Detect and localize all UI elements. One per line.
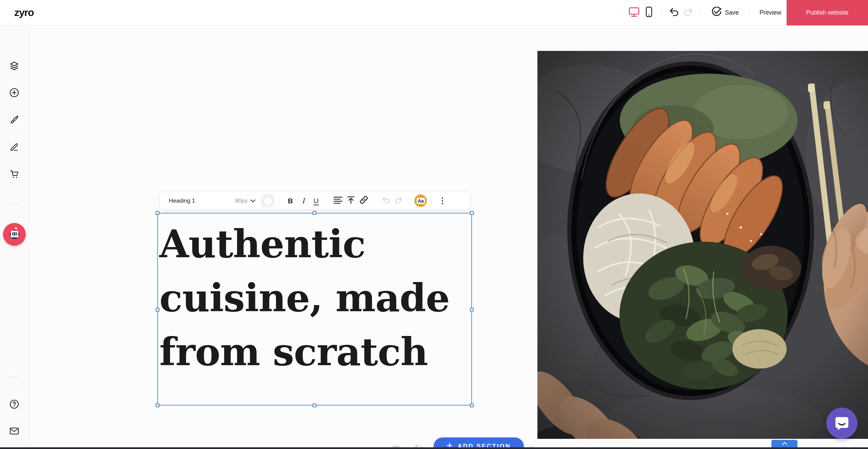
mail-icon [9, 427, 19, 437]
redo-button[interactable] [681, 5, 696, 20]
resize-handle-e[interactable] [470, 308, 474, 312]
desktop-view-button[interactable] [627, 5, 642, 20]
align-left-icon [334, 196, 342, 205]
save-check-icon [711, 7, 722, 19]
sidebar-item-add-element[interactable] [7, 86, 22, 101]
chat-bubble-icon [833, 414, 851, 433]
save-button[interactable]: Save [706, 0, 744, 25]
toolbar-undo-button[interactable] [379, 194, 392, 207]
desktop-monitor-icon [628, 6, 640, 19]
text-style-label[interactable]: Heading 1 [169, 198, 195, 204]
link-icon [359, 195, 368, 206]
redo-icon [394, 196, 403, 205]
divider [327, 196, 327, 206]
help-icon [9, 399, 19, 411]
divider [279, 196, 279, 206]
resize-handle-s[interactable] [313, 404, 316, 407]
layers-icon [9, 61, 19, 72]
shopping-cart-icon [9, 169, 19, 181]
divider [431, 196, 432, 206]
toolbar-redo-button[interactable] [392, 194, 405, 207]
preview-button[interactable]: Preview [754, 0, 787, 25]
hero-section-image[interactable] [537, 51, 868, 439]
ai-writer-label: Aa [417, 198, 425, 204]
sidebar [0, 25, 29, 449]
link-button[interactable] [357, 194, 370, 207]
editor-canvas: Heading 1 80px B I U [29, 25, 868, 449]
sidebar-item-blog[interactable] [7, 140, 22, 155]
font-size-dropdown[interactable]: 80px [235, 198, 256, 204]
divider [701, 7, 701, 18]
top-bar: zyro [0, 0, 868, 25]
sidebar-item-store[interactable] [7, 167, 22, 182]
paint-brush-icon [9, 115, 19, 126]
color-swatch-icon [263, 196, 273, 206]
chevron-up-icon [782, 441, 787, 446]
divider [749, 7, 749, 18]
sidebar-divider [9, 377, 20, 377]
hero-heading[interactable]: Authentic cuisine, made from scratch [159, 217, 469, 379]
resize-handle-se[interactable] [470, 404, 474, 407]
text-color-button[interactable] [261, 194, 275, 208]
resize-handle-nw[interactable] [156, 211, 159, 215]
resize-handle-w[interactable] [156, 308, 159, 312]
divider [375, 196, 375, 206]
preview-label: Preview [760, 9, 781, 16]
robot-icon [7, 226, 22, 243]
vertical-align-button[interactable] [344, 194, 357, 207]
ai-writer-button[interactable]: Aa [414, 194, 427, 207]
text-align-button[interactable] [332, 194, 344, 207]
mobile-phone-icon [645, 6, 653, 19]
italic-button[interactable]: I [297, 194, 310, 207]
undo-button[interactable] [666, 5, 681, 20]
sidebar-item-layers[interactable] [7, 59, 22, 74]
divider [622, 7, 622, 18]
ai-assistant-button[interactable] [3, 223, 26, 246]
text-toolbar: Heading 1 80px B I U [160, 192, 470, 210]
sidebar-item-styles[interactable] [7, 113, 22, 128]
chevron-down-icon [250, 198, 256, 204]
resize-handle-sw[interactable] [156, 404, 159, 407]
more-options-button[interactable] [436, 194, 449, 207]
sidebar-item-help[interactable] [7, 397, 22, 412]
font-size-value: 80px [235, 198, 248, 204]
pencil-icon [9, 142, 19, 153]
underline-button[interactable]: U [310, 194, 322, 207]
resize-handle-n[interactable] [313, 211, 316, 215]
undo-icon [669, 7, 679, 18]
undo-icon [381, 196, 390, 205]
zyro-logo: zyro [14, 7, 34, 18]
mobile-view-button[interactable] [642, 5, 656, 20]
publish-website-button[interactable]: Publish website [787, 0, 868, 25]
window-bottom-edge [0, 447, 868, 449]
redo-icon [684, 7, 694, 18]
add-circle-icon [9, 88, 19, 99]
sidebar-item-contact[interactable] [7, 424, 22, 439]
selected-text-block[interactable]: Authentic cuisine, made from scratch [157, 213, 472, 406]
divider [661, 7, 662, 18]
chat-widget-button[interactable] [826, 408, 857, 439]
resize-handle-ne[interactable] [470, 211, 474, 215]
top-bar-actions: Save Preview Publish website [617, 0, 868, 25]
zyro-website-editor: zyro [0, 0, 868, 449]
divider [410, 196, 410, 206]
kebab-menu-icon [442, 198, 443, 204]
bold-button[interactable]: B [284, 194, 297, 207]
align-top-icon [347, 196, 355, 206]
save-label: Save [725, 9, 739, 16]
sidebar-divider [9, 204, 20, 204]
